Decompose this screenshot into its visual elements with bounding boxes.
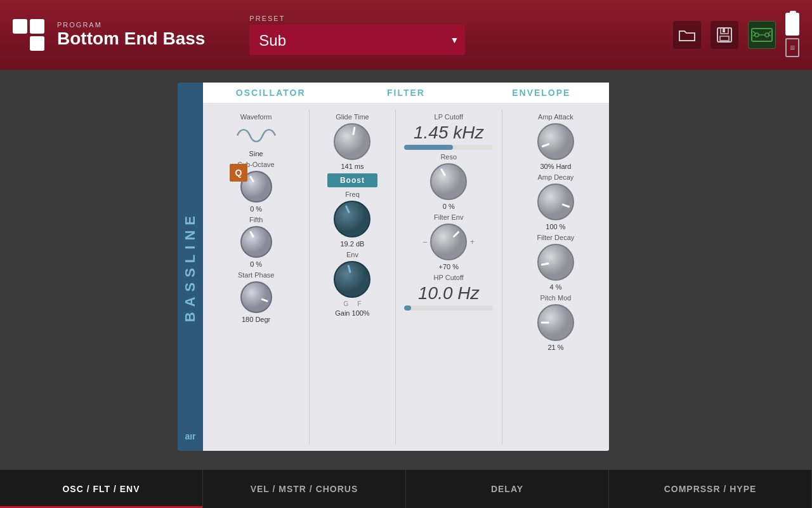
freq-knob[interactable]: [333, 200, 371, 238]
hp-cutoff-label: HP Cutoff: [434, 274, 464, 281]
app-logo: [13, 19, 44, 51]
logo-cell-tr: [30, 19, 44, 34]
amp-decay-label: Amp Decay: [538, 173, 574, 181]
program-name: Bottom End Bass: [57, 29, 205, 49]
bassline-panel: BASSLINE aır: [178, 83, 203, 451]
svg-point-27: [538, 244, 573, 280]
svg-line-14: [354, 128, 355, 134]
pitch-mod-group: Pitch Mod 21 %: [537, 294, 575, 351]
amp-decay-knob[interactable]: [537, 183, 575, 221]
amp-attack-knob[interactable]: [537, 123, 575, 161]
top-bar: PROGRAM Bottom End Bass PRESET Sub: [0, 0, 812, 70]
svg-rect-3: [723, 29, 725, 32]
logo-cell-bl: [13, 36, 27, 51]
waveform-name: Sine: [249, 150, 263, 157]
reso-knob[interactable]: [429, 163, 468, 201]
fifth-label: Fifth: [249, 216, 263, 224]
amp-decay-value: 100 %: [546, 223, 565, 231]
logo-cell-tl: [13, 19, 27, 34]
fifth-group: Fifth 0 %: [240, 216, 273, 268]
filter-decay-label: Filter Decay: [537, 234, 575, 241]
filter-decay-value: 4 %: [549, 283, 561, 291]
filter-env-value: +70 %: [439, 263, 459, 271]
amp-attack-label: Amp Attack: [538, 113, 573, 121]
env-header: ENVELOPE: [474, 88, 609, 98]
glide-time-knob[interactable]: [333, 123, 371, 161]
fifth-knob[interactable]: [240, 225, 273, 258]
hp-bar-fill: [404, 305, 411, 311]
section-headers: OSCILLATOR FILTER ENVELOPE: [203, 83, 609, 104]
freq-group: Freq 19.2 dB: [333, 190, 371, 248]
svg-point-17: [334, 262, 370, 297]
hp-bar: [404, 305, 493, 311]
panel-body: Waveform Sine Sub-Octave: [203, 104, 609, 451]
filter-env-plus: +: [470, 237, 475, 246]
flt-header: FILTER: [338, 88, 473, 98]
svg-point-11: [241, 282, 272, 312]
hp-cutoff-group: HP Cutoff 10.0 Hz: [404, 274, 493, 311]
filter-env-container: – +: [422, 223, 475, 261]
midi-button[interactable]: [748, 21, 776, 49]
air-logo: aır: [185, 431, 195, 441]
env-column: Amp Attack 30% Hard Amp Decay 100 %: [502, 110, 609, 444]
freq-value: 19.2 dB: [340, 240, 364, 248]
sd-card-icon: [785, 38, 799, 57]
tab-comprssr-hype[interactable]: COMPRSSR / HYPE: [609, 470, 812, 508]
flt-column: LP Cutoff 1.45 kHz Reso 0 %: [396, 110, 502, 444]
amp-attack-value: 30% Hard: [540, 163, 571, 170]
svg-rect-2: [720, 36, 729, 41]
lp-cutoff-label: LP Cutoff: [435, 113, 463, 121]
preset-wrapper: Sub: [249, 25, 465, 55]
main-area: BASSLINE aır Q OSCILLATOR FILTER ENVELOP…: [0, 70, 812, 470]
svg-point-25: [538, 184, 573, 220]
tab-vel-mstr-chorus[interactable]: VEL / MSTR / CHORUS: [203, 470, 406, 508]
start-phase-knob[interactable]: [240, 281, 273, 314]
bassline-label: BASSLINE: [182, 211, 199, 322]
preset-select[interactable]: Sub: [249, 25, 465, 55]
start-phase-value: 180 Degr: [242, 316, 270, 323]
filter-decay-group: Filter Decay 4 %: [537, 234, 575, 291]
glide-time-value: 141 ms: [341, 163, 363, 170]
boost-button[interactable]: Boost: [327, 173, 377, 187]
pitch-mod-value: 21 %: [547, 344, 563, 351]
start-phase-label: Start Phase: [238, 271, 274, 279]
svg-point-19: [431, 164, 466, 199]
reso-group: Reso 0 %: [429, 153, 468, 210]
preset-section: PRESET Sub: [249, 15, 465, 55]
svg-line-28: [542, 264, 548, 265]
filter-decay-knob[interactable]: [537, 243, 575, 281]
tab-delay[interactable]: DELAY: [406, 470, 609, 508]
q-button[interactable]: Q: [230, 164, 247, 182]
top-icons: [673, 13, 799, 57]
filter-env-knob[interactable]: [429, 223, 468, 261]
glide-time-label: Glide Time: [336, 113, 369, 121]
open-folder-button[interactable]: [673, 21, 701, 49]
lp-bar: [404, 145, 493, 150]
glide-time-group: Glide Time 141 ms: [333, 113, 371, 170]
env-value: Gain 100%: [335, 309, 369, 317]
svg-point-13: [334, 124, 370, 159]
freq-label: Freq: [345, 190, 360, 198]
synth-panel: OSCILLATOR FILTER ENVELOPE Waveform Sine: [203, 83, 609, 451]
svg-point-9: [241, 227, 272, 257]
save-button[interactable]: [710, 21, 738, 49]
svg-point-21: [431, 224, 466, 260]
waveform-label: Waveform: [240, 113, 272, 121]
pitch-mod-knob[interactable]: [537, 304, 575, 342]
tab-osc-flt-env[interactable]: OSC / FLT / ENV: [0, 470, 203, 508]
bottom-tabs: OSC / FLT / ENV VEL / MSTR / CHORUS DELA…: [0, 470, 812, 508]
program-info: PROGRAM Bottom End Bass: [57, 21, 205, 49]
hp-cutoff-value: 10.0 Hz: [418, 283, 480, 304]
reso-value: 0 %: [443, 203, 455, 210]
program-label: PROGRAM: [57, 21, 205, 29]
waveform-group: Waveform Sine: [231, 113, 282, 157]
env-group: Env G F Gain 100%: [333, 251, 371, 317]
osc-header: OSCILLATOR: [203, 88, 338, 98]
env-knob[interactable]: [333, 260, 371, 298]
lp-cutoff-value: 1.45 kHz: [414, 123, 484, 143]
lp-cutoff-group: LP Cutoff 1.45 kHz: [404, 113, 493, 150]
sub-octave-value: 0 %: [250, 205, 262, 213]
amp-attack-group: Amp Attack 30% Hard: [537, 113, 575, 170]
filter-env-minus: –: [422, 237, 427, 246]
fifth-value: 0 %: [250, 260, 262, 268]
